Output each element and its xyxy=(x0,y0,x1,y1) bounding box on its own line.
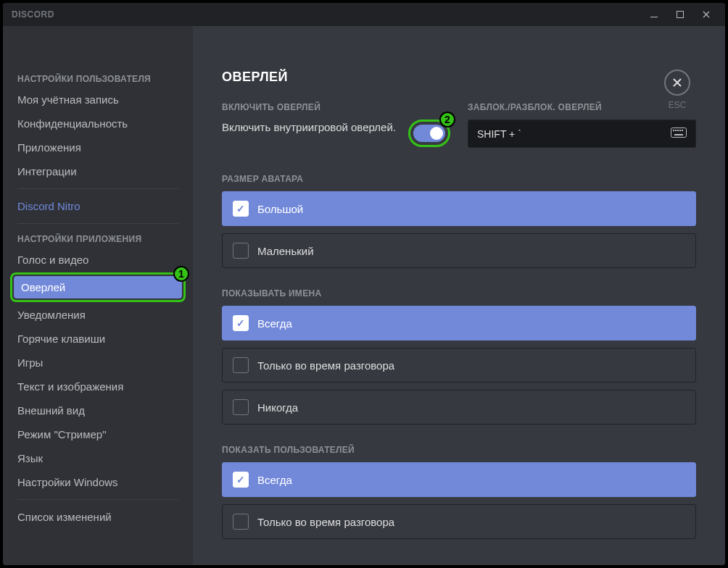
app-window: DISCORD НАСТРОЙКИ ПОЛЬЗОВАТЕЛЯ Моя учётн… xyxy=(3,3,725,565)
close-icon xyxy=(671,77,683,88)
sidebar-header-app: НАСТРОЙКИ ПРИЛОЖЕНИЯ xyxy=(10,230,186,248)
checkbox-icon: ✓ xyxy=(233,472,249,488)
svg-rect-0 xyxy=(650,17,658,17)
sidebar-item-privacy[interactable]: Конфиденциальность xyxy=(10,112,186,135)
annotation-highlight-1: Оверлей 1 xyxy=(10,272,186,302)
app-title: DISCORD xyxy=(12,9,54,20)
sidebar-item-changelog[interactable]: Список изменений xyxy=(10,506,186,528)
sidebar-item-apps[interactable]: Приложения xyxy=(10,136,186,159)
page-title: ОВЕРЛЕЙ xyxy=(222,70,696,85)
svg-rect-6 xyxy=(679,130,681,131)
sidebar-item-windows[interactable]: Настройки Windows xyxy=(10,471,186,493)
checkbox-icon: ✓ xyxy=(233,514,249,530)
checkbox-icon: ✓ xyxy=(233,315,249,331)
keybind-value: SHIFT + ` xyxy=(477,128,521,140)
checkbox-icon: ✓ xyxy=(233,357,249,373)
sidebar-header-user: НАСТРОЙКИ ПОЛЬЗОВАТЕЛЯ xyxy=(10,70,186,88)
annotation-badge-2: 2 xyxy=(439,112,455,128)
minimize-button[interactable] xyxy=(644,7,664,22)
checkbox-icon: ✓ xyxy=(233,201,249,217)
sidebar-item-integrations[interactable]: Интеграции xyxy=(10,160,186,183)
close-label: ESC xyxy=(669,100,687,110)
svg-rect-2 xyxy=(671,128,687,138)
names-option-always[interactable]: ✓ Всегда xyxy=(222,306,696,341)
svg-rect-5 xyxy=(677,130,679,131)
users-option-speaking[interactable]: ✓ Только во время разговора xyxy=(222,504,696,539)
annotation-badge-1: 1 xyxy=(173,266,189,282)
sidebar-divider xyxy=(17,188,178,189)
toggle-knob xyxy=(430,127,443,140)
close-window-button[interactable] xyxy=(696,7,716,22)
show-users-label: ПОКАЗАТЬ ПОЛЬЗОВАТЕЛЕЙ xyxy=(222,445,696,455)
sidebar-item-voice[interactable]: Голос и видео xyxy=(10,248,186,271)
svg-rect-8 xyxy=(674,134,683,135)
avatar-size-label: РАЗМЕР АВАТАРА xyxy=(222,174,696,184)
maximize-button[interactable] xyxy=(670,7,690,22)
option-label: Маленький xyxy=(257,245,314,257)
keybind-input[interactable]: SHIFT + ` xyxy=(468,120,696,148)
avatar-option-large[interactable]: ✓ Большой xyxy=(222,191,696,226)
sidebar-divider xyxy=(17,223,178,224)
option-label: Никогда xyxy=(257,401,298,414)
annotation-highlight-2: 2 xyxy=(408,120,450,147)
option-label: Большой xyxy=(257,203,303,215)
sidebar-item-appearance[interactable]: Внешний вид xyxy=(10,399,186,422)
svg-rect-4 xyxy=(675,130,677,131)
users-option-always[interactable]: ✓ Всегда xyxy=(222,462,696,497)
settings-sidebar: НАСТРОЙКИ ПОЛЬЗОВАТЕЛЯ Моя учётная запис… xyxy=(3,26,193,565)
sidebar-item-nitro[interactable]: Discord Nitro xyxy=(10,195,186,217)
names-option-speaking[interactable]: ✓ Только во время разговора xyxy=(222,348,696,383)
names-option-never[interactable]: ✓ Никогда xyxy=(222,390,696,425)
settings-content: ESC ОВЕРЛЕЙ ВКЛЮЧИТЬ ОВЕРЛЕЙ Включить вн… xyxy=(193,26,725,565)
option-label: Всегда xyxy=(257,474,292,486)
sidebar-item-notifications[interactable]: Уведомления xyxy=(10,304,186,326)
option-label: Всегда xyxy=(257,317,292,330)
sidebar-item-streamer[interactable]: Режим "Стример" xyxy=(10,423,186,446)
svg-rect-3 xyxy=(673,130,674,131)
sidebar-item-text-images[interactable]: Текст и изображения xyxy=(10,375,186,398)
sidebar-item-account[interactable]: Моя учётная запись xyxy=(10,88,186,111)
sidebar-item-hotkeys[interactable]: Горячие клавиши xyxy=(10,327,186,350)
svg-rect-7 xyxy=(682,130,683,131)
sidebar-item-overlay[interactable]: Оверлей xyxy=(14,276,182,298)
sidebar-divider xyxy=(17,499,178,500)
titlebar: DISCORD xyxy=(3,3,725,26)
keyboard-icon xyxy=(671,128,687,140)
enable-overlay-label: ВКЛЮЧИТЬ ОВЕРЛЕЙ xyxy=(222,102,450,112)
sidebar-item-language[interactable]: Язык xyxy=(10,447,186,469)
avatar-option-small[interactable]: ✓ Маленький xyxy=(222,233,696,268)
option-label: Только во время разговора xyxy=(257,359,394,372)
close-settings-button[interactable] xyxy=(664,70,690,96)
window-controls xyxy=(644,7,716,22)
close-panel: ESC xyxy=(664,70,690,110)
enable-overlay-desc: Включить внутриигровой оверлей. xyxy=(222,120,397,135)
svg-rect-1 xyxy=(677,12,684,18)
sidebar-item-games[interactable]: Игры xyxy=(10,351,186,374)
checkbox-icon: ✓ xyxy=(233,243,249,259)
show-names-label: ПОКАЗЫВАТЬ ИМЕНА xyxy=(222,288,696,298)
enable-overlay-toggle[interactable] xyxy=(413,125,445,142)
checkbox-icon: ✓ xyxy=(233,399,249,415)
lock-overlay-label: ЗАБЛОК./РАЗБЛОК. ОВЕРЛЕЙ xyxy=(468,102,696,112)
option-label: Только во время разговора xyxy=(257,516,394,528)
